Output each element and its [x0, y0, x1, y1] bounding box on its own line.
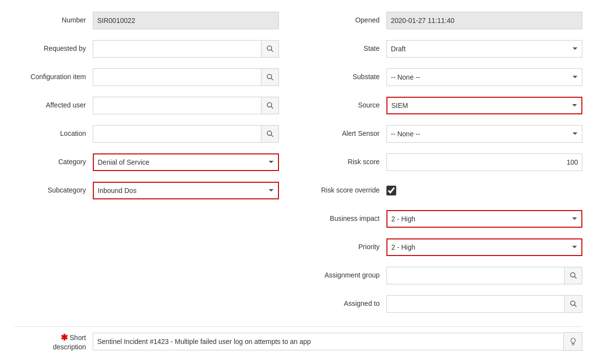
assigned-to-label: Assigned to — [308, 299, 386, 309]
search-icon — [266, 102, 274, 109]
business-impact-select-wrapper: 2 - High — [386, 210, 582, 228]
subcategory-row: Subcategory Inbound Dos — [15, 180, 279, 201]
affected-user-input[interactable] — [93, 97, 261, 114]
required-star: ✱ — [61, 332, 68, 343]
short-description-input-wrapper — [93, 332, 582, 351]
requested-by-input[interactable] — [93, 40, 261, 58]
svg-point-8 — [571, 273, 575, 277]
state-select-wrapper: Draft — [386, 40, 582, 58]
subcategory-select-wrapper: Inbound Dos — [93, 182, 279, 199]
configuration-item-label: Configuration item — [15, 72, 93, 82]
svg-line-5 — [271, 107, 273, 108]
source-select-wrapper: SIEM — [386, 97, 582, 114]
state-select[interactable]: Draft — [386, 40, 582, 58]
location-input[interactable] — [93, 125, 261, 143]
assigned-to-row: Assigned to — [308, 293, 582, 315]
assigned-to-input[interactable] — [386, 295, 565, 313]
substate-field-wrapper: -- None -- — [386, 68, 582, 86]
svg-point-4 — [267, 103, 272, 107]
affected-user-row: Affected user — [15, 95, 279, 116]
alert-sensor-field-wrapper: -- None -- — [386, 125, 582, 143]
business-impact-select[interactable]: 2 - High — [386, 210, 582, 228]
short-description-label-top: Short — [70, 334, 86, 342]
priority-row: Priority 2 - High — [308, 236, 582, 258]
assignment-group-row: Assignment group — [308, 265, 582, 286]
svg-point-2 — [267, 74, 272, 79]
alert-sensor-select-wrapper: -- None -- — [386, 125, 582, 143]
opened-label: Opened — [308, 16, 386, 25]
svg-line-7 — [271, 135, 273, 137]
search-icon — [266, 130, 274, 138]
search-icon — [570, 300, 577, 308]
business-impact-field-wrapper: 2 - High — [386, 210, 582, 228]
svg-point-0 — [267, 46, 272, 50]
category-select[interactable]: Denial of Service — [93, 153, 279, 171]
requested-by-label: Requested by — [15, 44, 93, 54]
lightbulb-icon — [569, 337, 577, 346]
svg-line-11 — [575, 305, 576, 307]
svg-point-6 — [267, 131, 272, 135]
category-field-wrapper: Denial of Service — [93, 153, 279, 171]
risk-score-override-checkbox-wrapper — [386, 186, 396, 195]
priority-select-wrapper: 2 - High — [386, 238, 582, 256]
risk-score-label: Risk score — [308, 157, 386, 167]
priority-select[interactable]: 2 - High — [386, 238, 582, 256]
substate-select-wrapper: -- None -- — [386, 68, 582, 86]
search-icon — [266, 45, 274, 53]
source-field-wrapper: SIEM — [386, 97, 582, 114]
svg-line-3 — [271, 78, 273, 80]
risk-score-input[interactable] — [386, 153, 582, 171]
short-description-row: ✱ Short description — [15, 326, 582, 356]
short-description-input[interactable] — [93, 333, 564, 350]
risk-score-override-checkbox[interactable] — [386, 186, 396, 195]
priority-field-wrapper: 2 - High — [386, 238, 582, 256]
configuration-item-search-button[interactable] — [261, 68, 279, 86]
subcategory-field-wrapper: Inbound Dos — [93, 182, 279, 199]
state-row: State Draft — [308, 38, 582, 60]
affected-user-search-button[interactable] — [261, 97, 279, 114]
assignment-group-field-wrapper — [386, 267, 582, 284]
risk-score-field-wrapper — [386, 153, 582, 171]
requested-by-row: Requested by — [15, 38, 279, 60]
configuration-item-input[interactable] — [93, 68, 261, 86]
category-label: Category — [15, 157, 93, 167]
opened-row: Opened — [308, 10, 582, 31]
svg-point-10 — [571, 301, 575, 305]
subcategory-select[interactable]: Inbound Dos — [93, 182, 279, 199]
assigned-to-search-button[interactable] — [565, 295, 582, 313]
state-field-wrapper: Draft — [386, 40, 582, 58]
assignment-group-input[interactable] — [386, 267, 565, 284]
number-input — [93, 12, 279, 29]
risk-score-override-label: Risk score override — [308, 186, 386, 195]
risk-score-override-row: Risk score override — [308, 180, 582, 201]
category-select-wrapper: Denial of Service — [93, 153, 279, 171]
requested-by-search-button[interactable] — [261, 40, 279, 58]
substate-row: Substate -- None -- — [308, 66, 582, 88]
opened-field-wrapper — [386, 12, 582, 29]
risk-score-override-field-wrapper — [386, 186, 582, 195]
substate-label: Substate — [308, 72, 386, 82]
configuration-item-row: Configuration item — [15, 66, 279, 88]
location-row: Location — [15, 123, 279, 145]
location-label: Location — [15, 129, 93, 139]
number-field-wrapper — [93, 12, 279, 29]
source-label: Source — [308, 101, 386, 110]
assignment-group-search-button[interactable] — [565, 267, 582, 284]
source-row: Source SIEM — [308, 95, 582, 116]
short-description-label-bottom: description — [53, 343, 86, 351]
source-select[interactable]: SIEM — [386, 97, 582, 114]
location-search-button[interactable] — [261, 125, 279, 143]
location-field-wrapper — [93, 125, 279, 143]
priority-label: Priority — [308, 242, 386, 252]
lightbulb-button[interactable] — [564, 332, 582, 351]
configuration-item-field-wrapper — [93, 68, 279, 86]
search-icon — [266, 73, 274, 81]
assignment-group-label: Assignment group — [308, 271, 386, 280]
business-impact-row: Business impact 2 - High — [308, 208, 582, 230]
state-label: State — [308, 44, 386, 54]
business-impact-label: Business impact — [308, 214, 386, 224]
substate-select[interactable]: -- None -- — [386, 68, 582, 86]
alert-sensor-select[interactable]: -- None -- — [386, 125, 582, 143]
number-row: Number — [15, 10, 279, 31]
svg-line-9 — [575, 277, 576, 278]
